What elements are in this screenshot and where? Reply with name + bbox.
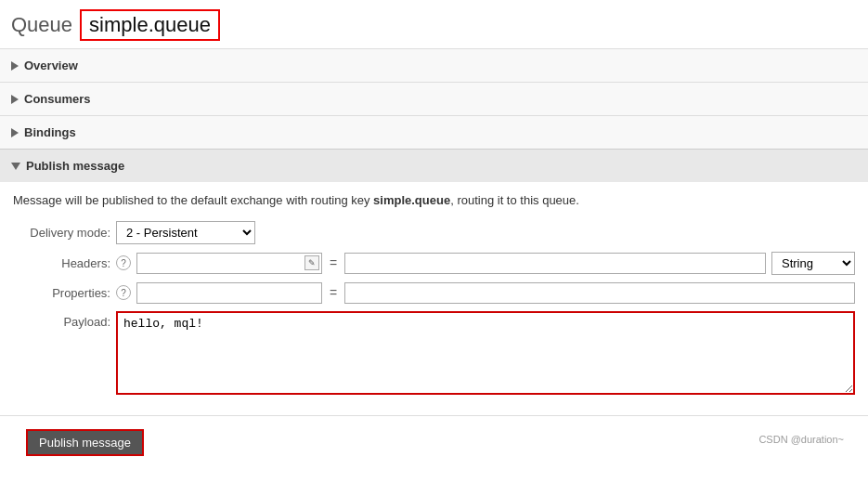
bindings-section-header[interactable]: Bindings	[0, 116, 868, 149]
publish-section: Publish message Message will be publishe…	[0, 149, 868, 415]
delivery-mode-label: Delivery mode:	[13, 226, 110, 240]
headers-key-wrap: ✎	[136, 253, 322, 274]
bottom-bar: Publish message CSDN @duration~	[0, 415, 868, 463]
publish-section-header[interactable]: Publish message	[0, 150, 868, 182]
properties-row: Properties: ? =	[13, 282, 855, 304]
headers-row: Headers: ? ✎ = String Number Boolean	[13, 252, 855, 275]
info-prefix: Message will be published to the default…	[13, 193, 373, 207]
bindings-section-title: Bindings	[24, 125, 76, 139]
payload-row: Payload: hello, mql!	[13, 311, 855, 395]
publish-message-button[interactable]: Publish message	[26, 429, 144, 456]
consumers-chevron-icon	[11, 95, 19, 104]
headers-help-icon[interactable]: ?	[116, 255, 131, 270]
headers-value-input[interactable]	[344, 253, 766, 274]
queue-prefix-label: Queue	[11, 13, 72, 37]
headers-label: Headers:	[13, 256, 110, 270]
publish-chevron-icon	[11, 163, 20, 170]
info-routing-key: simple.queue	[373, 193, 450, 207]
overview-section-title: Overview	[24, 59, 78, 72]
overview-section: Overview	[0, 48, 868, 82]
consumers-section-title: Consumers	[24, 92, 91, 106]
publish-info-text: Message will be published to the default…	[13, 191, 855, 210]
delivery-mode-select[interactable]: 1 - Non-persistent 2 - Persistent	[116, 221, 255, 244]
payload-label: Payload:	[13, 311, 110, 329]
headers-type-select[interactable]: String Number Boolean	[771, 252, 855, 275]
bindings-section: Bindings	[0, 115, 868, 149]
properties-label: Properties:	[13, 286, 110, 300]
properties-key-input[interactable]	[136, 282, 322, 304]
publish-section-title: Publish message	[26, 159, 124, 173]
bindings-chevron-icon	[11, 128, 19, 137]
queue-name-title: simple.queue	[80, 9, 220, 41]
headers-key-input[interactable]	[136, 253, 322, 274]
consumers-section: Consumers	[0, 82, 868, 115]
publish-body: Message will be published to the default…	[0, 182, 868, 415]
consumers-section-header[interactable]: Consumers	[0, 83, 868, 115]
headers-edit-icon[interactable]: ✎	[304, 255, 319, 270]
properties-help-icon[interactable]: ?	[116, 285, 131, 300]
delivery-mode-row: Delivery mode: 1 - Non-persistent 2 - Pe…	[13, 221, 855, 244]
info-suffix: , routing it to this queue.	[450, 193, 579, 207]
overview-chevron-icon	[11, 61, 19, 71]
properties-value-input[interactable]	[344, 282, 855, 304]
headers-equals: =	[328, 255, 339, 270]
properties-equals: =	[328, 285, 339, 300]
overview-section-header[interactable]: Overview	[0, 49, 868, 82]
payload-textarea[interactable]: hello, mql!	[116, 311, 855, 395]
footer-note: CSDN @duration~	[747, 428, 855, 450]
page-header: Queue simple.queue	[0, 0, 868, 48]
